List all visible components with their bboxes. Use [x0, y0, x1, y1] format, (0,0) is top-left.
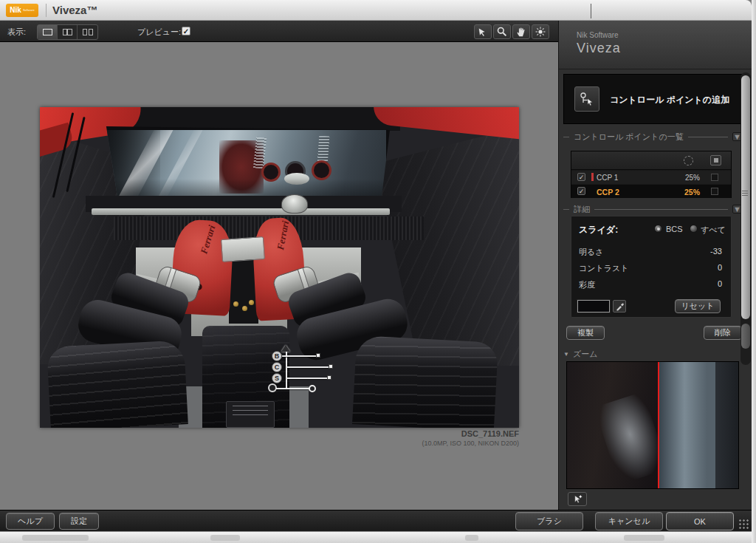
view-single-button[interactable]	[38, 25, 58, 39]
details-header-label: 詳細	[574, 204, 590, 215]
add-control-point-icon	[579, 91, 595, 107]
cp-brightness-label[interactable]: B	[272, 351, 282, 361]
cp-brightness-track	[282, 355, 318, 357]
view-split-button[interactable]	[58, 25, 78, 39]
nik-logo-software-text: Software	[23, 8, 35, 12]
radio-bcs-label: BCS	[666, 225, 683, 233]
host-app-artifact	[465, 535, 478, 541]
saturation-value[interactable]: 0	[685, 279, 722, 288]
color-swatch[interactable]	[577, 300, 610, 313]
saturation-label: 彩度	[579, 279, 595, 290]
cp-list-header-label: コントロール ポイントの一覧	[574, 132, 684, 143]
cp-list-header-row	[571, 151, 731, 170]
cp1-active-marker	[591, 173, 594, 181]
zoom-preview-body-panel	[659, 362, 715, 488]
cp-size-column-icon	[684, 156, 693, 165]
cp-size-handle[interactable]	[309, 385, 316, 392]
host-app-artifact	[22, 535, 89, 541]
scrollbar-grip	[742, 191, 748, 191]
viveza-window: Nik Software Viveza™ 表示: プレビュー: ✓	[0, 0, 756, 543]
cp-mask-column-button[interactable]	[710, 155, 721, 165]
title-bar: Nik Software Viveza™	[0, 0, 752, 21]
airbox-right	[352, 335, 498, 428]
add-control-point-section: コントロール ポイントの追加	[563, 74, 742, 124]
preview-label: プレビュー:	[137, 27, 181, 38]
host-app-artifact	[624, 535, 664, 541]
view-mode-label: 表示:	[7, 27, 26, 38]
eyedropper-button[interactable]	[613, 300, 626, 313]
scrollbar-thumb[interactable]	[741, 75, 750, 319]
host-app-artifact	[210, 535, 240, 541]
cursor-star-icon	[572, 494, 583, 505]
cancel-button[interactable]: キャンセル	[595, 512, 663, 530]
cp-saturation-label[interactable]: S	[272, 373, 282, 383]
logo-divider	[46, 4, 47, 17]
cp-contrast-label[interactable]: C	[272, 362, 282, 372]
select-tool-button[interactable]	[474, 24, 492, 39]
cp-saturation-handle[interactable]	[327, 375, 331, 380]
nik-logo-text: Nik	[10, 6, 21, 14]
nik-logo: Nik Software	[6, 4, 38, 17]
view-mode-group	[37, 24, 98, 40]
zoom-header-label: ズーム	[573, 349, 598, 360]
hand-icon	[515, 26, 527, 38]
cp2-enabled-checkbox[interactable]: ✓	[577, 187, 585, 195]
zoom-tool-button[interactable]	[493, 24, 511, 39]
radio-all-label: すべて	[701, 225, 726, 236]
brightness-label: 明るさ	[579, 247, 604, 258]
cp1-enabled-checkbox[interactable]: ✓	[577, 173, 585, 181]
cp-stem-line	[286, 352, 287, 389]
airbox-left	[47, 340, 188, 428]
cp-row-2-selected[interactable]: ✓ CCP 2 25%	[571, 185, 731, 198]
radio-bcs[interactable]	[654, 225, 662, 233]
cp-row-1[interactable]: ✓ CCP 1 25%	[571, 171, 731, 184]
delete-button[interactable]: 削除	[704, 326, 742, 340]
contrast-value[interactable]: 0	[685, 263, 722, 272]
brightness-value[interactable]: -33	[685, 247, 722, 256]
photo-preview[interactable]: Ferrari Ferrari B	[40, 107, 519, 428]
loupe-cursor-button[interactable]	[568, 492, 587, 506]
control-point-marker[interactable]	[281, 345, 290, 352]
cp1-mask-checkbox[interactable]	[711, 174, 718, 181]
cp1-name: CCP 1	[597, 174, 618, 182]
silver-coil-box	[221, 236, 265, 262]
cp-contrast-track	[287, 366, 331, 368]
brush-button[interactable]: ブラシ	[515, 512, 583, 530]
cp-brightness-handle[interactable]	[316, 353, 320, 358]
pan-tool-button[interactable]	[512, 24, 530, 39]
reset-button[interactable]: リセット	[675, 299, 721, 313]
control-point-list: ✓ CCP 1 25% ✓ CCP 2 25%	[571, 151, 732, 198]
cp-contrast-handle[interactable]	[329, 364, 333, 369]
tool-group	[474, 24, 549, 39]
duplicate-button[interactable]: 複製	[566, 326, 605, 340]
plenum-script-left: Ferrari	[198, 224, 218, 256]
split-view-icon	[63, 29, 72, 35]
window-right-border	[752, 0, 756, 543]
footer-divider	[591, 4, 591, 18]
cursor-icon	[477, 26, 489, 38]
cp-saturation-track	[287, 378, 329, 379]
zoom-preview[interactable]	[566, 361, 739, 489]
help-button[interactable]: ヘルプ	[6, 513, 55, 530]
panel-brand-large: Viveza	[577, 41, 621, 56]
single-view-icon	[43, 29, 52, 35]
settings-button[interactable]: 設定	[59, 513, 99, 530]
scrollbar-lower-segment	[741, 324, 750, 349]
magnifier-icon	[496, 26, 508, 38]
ok-button[interactable]: OK	[666, 512, 734, 530]
cp2-opacity-value: 25%	[670, 188, 700, 197]
zoom-section-header[interactable]: ▼ ズーム	[563, 349, 597, 360]
add-control-point-button[interactable]	[574, 86, 599, 112]
background-light-button[interactable]	[532, 24, 549, 39]
panel-scrollbar[interactable]	[740, 72, 751, 365]
radio-all[interactable]	[690, 225, 698, 233]
preview-checkbox[interactable]: ✓	[182, 27, 190, 35]
resize-grip[interactable]	[738, 519, 749, 529]
eyedropper-icon	[615, 301, 625, 311]
gauge-right	[312, 160, 331, 180]
cp1-opacity-value: 25%	[670, 174, 700, 182]
silver-trim-bar	[92, 208, 390, 215]
slider-group-label: スライダ:	[579, 224, 618, 236]
cp2-mask-checkbox[interactable]	[711, 188, 718, 195]
view-sidebyside-button[interactable]	[78, 25, 97, 39]
